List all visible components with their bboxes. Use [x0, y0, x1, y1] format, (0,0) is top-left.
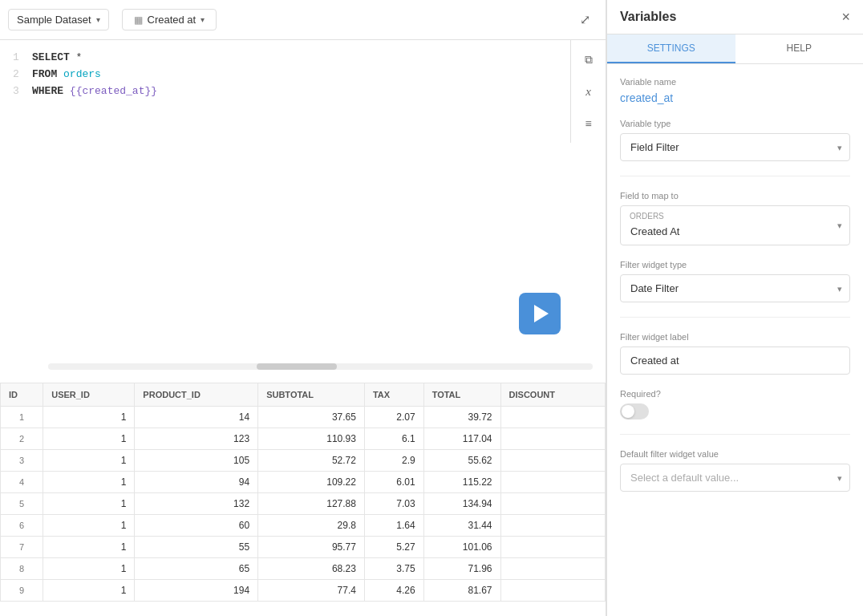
filter-widget-type-field: Filter widget type Date Filter ▾ — [620, 260, 850, 302]
table-cell: 31.44 — [423, 515, 500, 537]
sql-line-2: 2 FROM orders — [13, 67, 557, 83]
table-row: 616029.81.6431.44 — [1, 515, 606, 537]
table-cell: 95.77 — [258, 537, 365, 558]
table-cell: 1 — [43, 515, 135, 537]
filter-button[interactable]: ▦ Created at ▾ — [122, 9, 217, 30]
table-row: 4194109.226.01115.22 — [1, 472, 606, 493]
table-cell: 71.96 — [423, 558, 500, 580]
editor-area: 1 SELECT * 2 FROM orders 3 WHERE {{creat… — [0, 40, 606, 143]
field-map-select-wrapper: Created At ▾ ORDERS — [620, 205, 850, 245]
table-cell: 52.72 — [258, 450, 365, 472]
filter-label: Created at — [148, 14, 197, 26]
variable-icon-button[interactable]: x — [576, 79, 602, 104]
table-row: 715595.775.27101.06 — [1, 537, 606, 558]
editor-icon-strip: ⧉ x ≡ — [570, 40, 606, 143]
table-row: 51132127.887.03134.94 — [1, 493, 606, 515]
table-cell: 1 — [1, 407, 43, 428]
copy-icon-button[interactable]: ⧉ — [576, 47, 602, 72]
default-filter-select[interactable]: Select a default value... — [620, 464, 850, 492]
variables-panel: Variables × SETTINGS HELP Variable name … — [606, 0, 863, 616]
col-header-discount[interactable]: DISCOUNT — [500, 383, 605, 407]
filter-icon: ▦ — [134, 14, 143, 26]
filter-widget-type-select[interactable]: Date Filter — [620, 274, 850, 302]
dataset-selector[interactable]: Sample Dataset ▾ — [8, 9, 109, 30]
results-table-area: ID USER_ID PRODUCT_ID SUBTOTAL TAX TOTAL… — [0, 383, 606, 616]
variable-name-value: created_at — [620, 91, 850, 104]
table-cell: 6.01 — [364, 472, 423, 493]
run-query-button[interactable] — [519, 293, 561, 334]
default-filter-field: Default filter widget value Select a def… — [620, 449, 850, 492]
variable-type-field: Variable type Field Filter ▾ — [620, 119, 850, 161]
variable-type-select-wrapper: Field Filter ▾ — [620, 133, 850, 161]
col-header-subtotal[interactable]: SUBTOTAL — [258, 383, 365, 407]
col-header-tax[interactable]: TAX — [364, 383, 423, 407]
col-header-product-id[interactable]: PRODUCT_ID — [135, 383, 258, 407]
dataset-label: Sample Dataset — [17, 14, 91, 26]
table-cell: 1 — [43, 407, 135, 428]
variable-icon: x — [585, 85, 591, 99]
table-cell: 55.62 — [423, 450, 500, 472]
variables-title: Variables — [620, 10, 676, 24]
table-row: 3110552.722.955.62 — [1, 450, 606, 472]
filter-widget-type-label: Filter widget type — [620, 260, 850, 270]
table-cell: 37.65 — [258, 407, 365, 428]
table-cell: 134.94 — [423, 493, 500, 515]
default-filter-select-wrapper: Select a default value... ▾ — [620, 464, 850, 492]
minimize-button[interactable]: ⤢ — [572, 7, 598, 33]
table-cell: 94 — [135, 472, 258, 493]
col-header-total[interactable]: TOTAL — [423, 383, 500, 407]
variable-name-field: Variable name created_at — [620, 77, 850, 104]
table-cell: 2 — [1, 428, 43, 450]
sql-line-1: 1 SELECT * — [13, 50, 557, 67]
col-header-user-id[interactable]: USER_ID — [43, 383, 135, 407]
table-cell: 6.1 — [364, 428, 423, 450]
dataset-chevron-icon: ▾ — [96, 15, 100, 24]
table-cell: 2.9 — [364, 450, 423, 472]
table-cell: 9 — [1, 580, 43, 602]
separator-2 — [620, 317, 850, 318]
table-cell: 3.75 — [364, 558, 423, 580]
table-cell: 1 — [43, 558, 135, 580]
menu-icon-button[interactable]: ≡ — [576, 111, 602, 136]
field-map-select[interactable]: Created At — [620, 205, 850, 245]
table-cell: 127.88 — [258, 493, 365, 515]
table-cell: 4.26 — [364, 580, 423, 602]
table-cell: 1 — [43, 580, 135, 602]
tab-settings[interactable]: SETTINGS — [607, 34, 735, 63]
variable-type-select[interactable]: Field Filter — [620, 133, 850, 161]
table-cell: 81.67 — [423, 580, 500, 602]
variable-name-label: Variable name — [620, 77, 850, 87]
table-cell — [500, 537, 605, 558]
table-cell: 55 — [135, 537, 258, 558]
default-filter-label: Default filter widget value — [620, 449, 850, 459]
filter-widget-label-input[interactable] — [620, 346, 850, 375]
filter-widget-type-select-wrapper: Date Filter ▾ — [620, 274, 850, 302]
sql-editor[interactable]: 1 SELECT * 2 FROM orders 3 WHERE {{creat… — [0, 40, 570, 143]
scrollbar-thumb[interactable] — [257, 363, 337, 370]
table-cell: 1.64 — [364, 515, 423, 537]
table-cell — [500, 558, 605, 580]
table-cell: 2.07 — [364, 407, 423, 428]
table-cell — [500, 450, 605, 472]
tab-bar: SETTINGS HELP — [607, 34, 863, 64]
scrollbar-track[interactable] — [48, 363, 593, 370]
field-map-label: Field to map to — [620, 191, 850, 201]
table-cell: 105 — [135, 450, 258, 472]
minimize-icon: ⤢ — [580, 12, 590, 27]
col-header-id[interactable]: ID — [1, 383, 43, 407]
required-toggle[interactable] — [620, 403, 649, 419]
table-cell — [500, 472, 605, 493]
toggle-thumb — [622, 405, 634, 418]
table-cell: 194 — [135, 580, 258, 602]
toolbar: Sample Dataset ▾ ▦ Created at ▾ ⤢ — [0, 0, 606, 40]
table-cell: 1 — [43, 428, 135, 450]
variables-body: Variable name created_at Variable type F… — [607, 64, 863, 616]
table-cell: 65 — [135, 558, 258, 580]
required-label: Required? — [620, 389, 850, 399]
table-header-row: ID USER_ID PRODUCT_ID SUBTOTAL TAX TOTAL… — [1, 383, 606, 407]
separator-3 — [620, 434, 850, 435]
table-row: 9119477.44.2681.67 — [1, 580, 606, 602]
tab-help[interactable]: HELP — [735, 34, 864, 63]
required-field: Required? — [620, 389, 850, 419]
close-button[interactable]: × — [841, 10, 850, 24]
